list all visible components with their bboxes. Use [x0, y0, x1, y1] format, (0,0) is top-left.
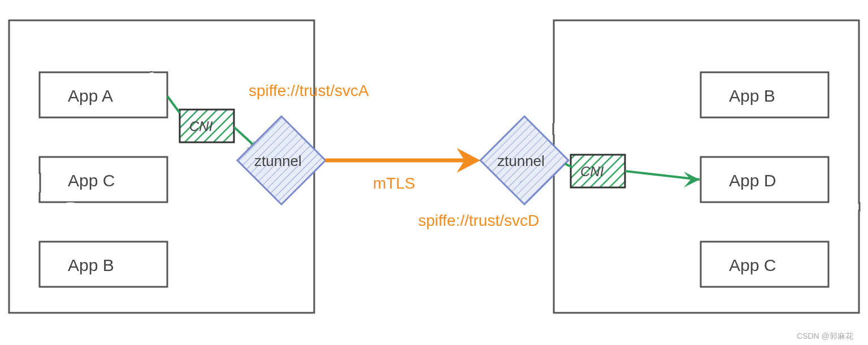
left-app-c: App C — [40, 157, 167, 202]
mtls-arrow — [326, 148, 480, 173]
right-app-c: App C — [701, 242, 828, 287]
left-app-a: App A — [40, 72, 167, 117]
left-app-a-label: App A — [68, 86, 113, 105]
right-app-b-label: App B — [729, 86, 775, 105]
right-ztunnel-label: ztunnel — [497, 152, 545, 169]
left-app-c-label: App C — [68, 171, 115, 190]
mtls-label: mTLS — [373, 174, 415, 192]
right-cni-label: CNI — [580, 164, 604, 179]
right-app-d-label: App D — [729, 171, 776, 190]
svg-marker-22 — [684, 172, 700, 187]
arrow-appA-to-cni — [167, 96, 180, 113]
arrow-cni-to-appD — [625, 171, 700, 187]
right-app-b: App B — [701, 72, 828, 117]
left-cni: CNI — [180, 110, 234, 142]
spiffe-a-label: spiffe://trust/svcA — [249, 82, 369, 99]
left-ztunnel: ztunnel — [237, 116, 326, 204]
attribution: CSDN @郭麻花 — [797, 331, 853, 340]
right-app-d: App D — [701, 157, 828, 202]
spiffe-d-label: spiffe://trust/svcD — [418, 212, 539, 229]
left-ztunnel-label: ztunnel — [254, 152, 302, 169]
left-app-b: App B — [40, 242, 167, 287]
svg-line-9 — [167, 96, 180, 113]
right-ztunnel: ztunnel — [480, 116, 568, 204]
diagram-canvas: App A App C App B CNI ztunnel App B App … — [0, 0, 868, 345]
right-app-c-label: App C — [729, 256, 776, 274]
left-app-b-label: App B — [68, 256, 114, 274]
left-cni-label: CNI — [189, 119, 213, 134]
right-cni: CNI — [571, 155, 625, 187]
